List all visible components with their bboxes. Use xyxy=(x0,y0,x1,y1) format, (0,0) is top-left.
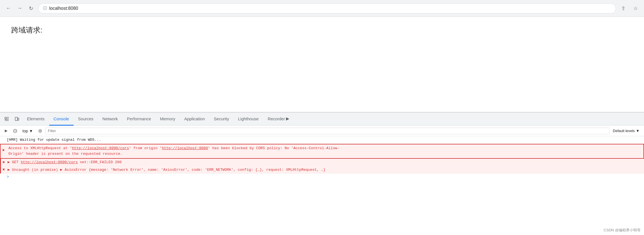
error-icon-get: ✖ xyxy=(3,159,5,165)
prompt-caret: > xyxy=(7,175,9,179)
chevron-down-icon: ▼ xyxy=(636,129,640,133)
watermark: CSDN @编程界小明哥 xyxy=(604,228,641,233)
get-error-link[interactable]: http://localhost:8090/cors xyxy=(21,160,78,164)
top-label: top xyxy=(22,129,28,133)
console-line-axios-error: ✖ ▶ Uncaught (in promise) ▶ AxiosError {… xyxy=(0,166,644,174)
cors-error-link2[interactable]: http://localhost:8080 xyxy=(162,146,208,150)
tab-console[interactable]: Console xyxy=(49,113,74,126)
back-button[interactable]: ← xyxy=(3,3,13,13)
execute-script-button[interactable] xyxy=(2,127,10,135)
tab-security[interactable]: Security xyxy=(209,113,233,126)
url-text: localhost:8080 xyxy=(49,6,78,11)
clear-console-button[interactable] xyxy=(11,127,19,135)
inspect-element-button[interactable] xyxy=(2,115,11,124)
browser-chrome: ← → ↻ ⓘ localhost:8080 ⇧ ☆ xyxy=(0,0,644,17)
recorder-icon: ▶ xyxy=(286,116,289,121)
device-toolbar-button[interactable] xyxy=(12,115,21,124)
filter-toggle-button[interactable] xyxy=(36,127,44,135)
console-prompt[interactable]: > xyxy=(0,174,644,180)
tab-elements[interactable]: Elements xyxy=(22,113,49,126)
cors-error-line2: Origin' header is present on the request… xyxy=(8,152,123,156)
console-output: [HMR] Waiting for update signal from WDS… xyxy=(0,136,644,235)
svg-rect-2 xyxy=(18,118,19,120)
devtools-toolbar: top ▼ Default levels ▼ xyxy=(0,126,644,136)
get-error-text: ▶ GET http://localhost:8090/cors net::ER… xyxy=(8,160,122,164)
console-line-hmr: [HMR] Waiting for update signal from WDS… xyxy=(0,136,644,144)
tab-sources[interactable]: Sources xyxy=(74,113,98,126)
svg-rect-1 xyxy=(15,117,17,121)
tab-memory[interactable]: Memory xyxy=(156,113,180,126)
axios-error-text: ▶ Uncaught (in promise) ▶ AxiosError {me… xyxy=(8,168,325,172)
page-content: 跨域请求: xyxy=(0,17,644,112)
page-heading: 跨域请求: xyxy=(11,26,42,34)
error-icon: ✖ xyxy=(2,147,4,153)
error-icon-axios: ✖ xyxy=(3,167,5,173)
cors-error-line1: Access to XMLHttpRequest at 'http://loca… xyxy=(8,146,339,150)
default-levels-button[interactable]: Default levels ▼ xyxy=(611,128,642,133)
reload-button[interactable]: ↻ xyxy=(26,3,36,13)
forward-button[interactable]: → xyxy=(15,3,25,13)
share-button[interactable]: ⇧ xyxy=(618,3,628,13)
address-bar[interactable]: ⓘ localhost:8080 xyxy=(38,3,616,13)
tab-lighthouse[interactable]: Lighthouse xyxy=(233,113,263,126)
browser-actions: ⇧ ☆ xyxy=(618,3,641,13)
devtools-tabs-bar: Elements Console Sources Network Perform… xyxy=(0,113,644,126)
tab-recorder[interactable]: Recorder ▶ xyxy=(263,113,294,126)
tab-performance[interactable]: Performance xyxy=(123,113,156,126)
hmr-message: [HMR] Waiting for update signal from WDS… xyxy=(7,138,101,142)
context-selector[interactable]: top ▼ xyxy=(20,128,35,134)
svg-marker-3 xyxy=(5,130,8,132)
default-levels-label: Default levels xyxy=(613,129,635,133)
filter-input[interactable] xyxy=(45,128,609,134)
svg-rect-0 xyxy=(5,117,6,119)
cors-error-link1[interactable]: http://localhost:8090/cors xyxy=(72,146,129,150)
tab-network[interactable]: Network xyxy=(98,113,123,126)
svg-point-7 xyxy=(40,130,41,132)
nav-buttons: ← → ↻ xyxy=(3,3,36,13)
tab-application[interactable]: Application xyxy=(180,113,209,126)
bookmark-button[interactable]: ☆ xyxy=(631,3,641,13)
dropdown-arrow-icon: ▼ xyxy=(29,129,33,133)
console-line-get-error: ✖ ▶ GET http://localhost:8090/cors net::… xyxy=(0,159,644,166)
info-icon: ⓘ xyxy=(43,6,47,11)
console-line-cors-error: ✖ Access to XMLHttpRequest at 'http://lo… xyxy=(0,144,644,159)
devtools-panel: Elements Console Sources Network Perform… xyxy=(0,112,644,235)
